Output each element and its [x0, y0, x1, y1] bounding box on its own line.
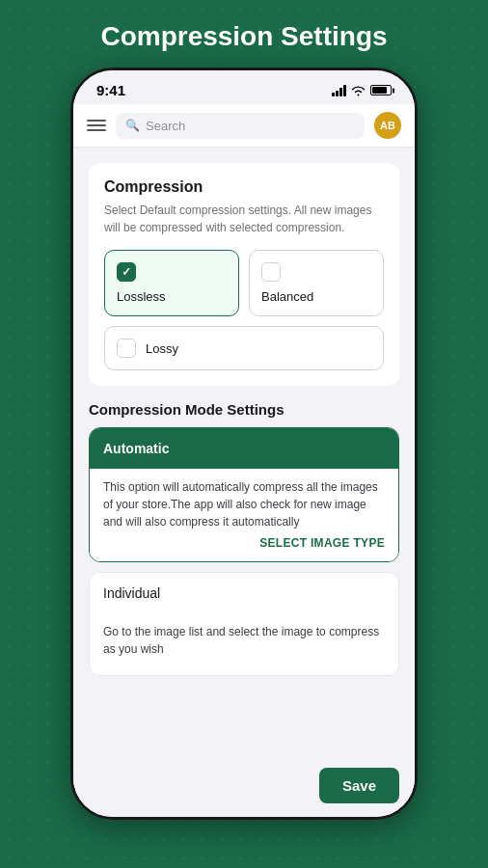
balanced-checkbox[interactable] — [261, 262, 281, 282]
compression-section: Compression Select Default compression s… — [89, 163, 399, 386]
hamburger-menu-icon[interactable] — [87, 120, 106, 131]
status-time: 9:41 — [96, 82, 125, 98]
compression-option-lossless[interactable]: Lossless — [104, 250, 239, 316]
select-image-type-link[interactable]: SELECT IMAGE TYPE — [103, 536, 385, 550]
save-bar: Save — [73, 758, 415, 817]
page-title: Compression Settings — [0, 0, 488, 68]
individual-mode-description: Go to the image list and select the imag… — [103, 623, 385, 658]
individual-mode-label: Individual — [103, 585, 160, 601]
compression-options-grid: Lossless Balanced Lossy — [104, 250, 384, 370]
save-button[interactable]: Save — [319, 768, 399, 803]
compression-option-lossy[interactable]: Lossy — [104, 326, 384, 370]
mode-card-individual[interactable]: Individual Go to the image list and sele… — [89, 572, 399, 676]
lossless-label: Lossless — [117, 289, 166, 304]
compression-section-description: Select Default compression settings. All… — [104, 202, 384, 236]
phone-frame: 9:41 🔍 Search — [70, 68, 418, 820]
individual-mode-body: Go to the image list and select the imag… — [90, 613, 398, 675]
compression-section-title: Compression — [104, 178, 384, 196]
automatic-mode-description: This option will automatically compress … — [103, 478, 385, 530]
lossy-label: Lossy — [146, 341, 178, 356]
lossless-checkbox[interactable] — [117, 262, 136, 282]
signal-bars-icon — [332, 85, 346, 96]
lossy-checkbox[interactable] — [117, 339, 136, 358]
balanced-label: Balanced — [261, 289, 313, 304]
scroll-content[interactable]: Compression Select Default compression s… — [73, 148, 415, 815]
mode-card-automatic[interactable]: Automatic This option will automatically… — [89, 427, 399, 562]
wifi-icon — [351, 85, 366, 96]
avatar[interactable]: AB — [374, 112, 401, 139]
search-bar[interactable]: 🔍 Search — [116, 113, 365, 139]
automatic-mode-body: This option will automatically compress … — [90, 469, 398, 561]
automatic-mode-header[interactable]: Automatic — [90, 428, 398, 469]
individual-mode-header[interactable]: Individual — [90, 573, 398, 613]
automatic-mode-label: Automatic — [103, 441, 169, 456]
search-placeholder: Search — [146, 119, 185, 133]
compression-mode-section: Compression Mode Settings Automatic This… — [89, 401, 399, 676]
compression-option-balanced[interactable]: Balanced — [249, 250, 384, 316]
status-bar: 9:41 — [73, 70, 415, 104]
app-bar: 🔍 Search AB — [73, 104, 415, 148]
search-icon: 🔍 — [125, 119, 140, 132]
compression-mode-title: Compression Mode Settings — [89, 401, 399, 418]
battery-icon — [370, 85, 392, 95]
status-icons — [332, 85, 392, 96]
